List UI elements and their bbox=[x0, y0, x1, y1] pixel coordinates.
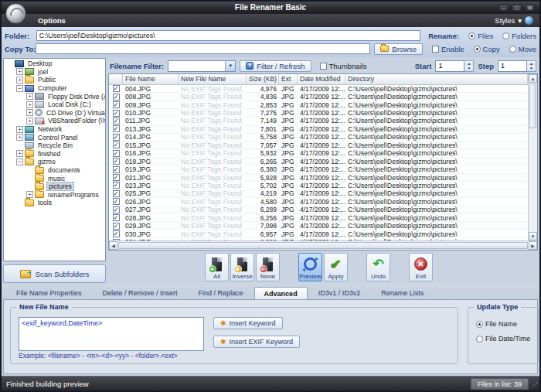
table-row[interactable]: ✓009.JPGNo EXIF Tags Found2,853JPG4/17/2… bbox=[109, 101, 528, 109]
new-file-name-input[interactable]: <exif_keyword,DateTime> bbox=[19, 317, 204, 351]
resize-grip[interactable]: ⋰ bbox=[531, 381, 538, 389]
row-checkbox[interactable]: ✓ bbox=[113, 190, 120, 197]
copyto-input[interactable] bbox=[36, 43, 370, 54]
update-type-option-file-date-time[interactable]: File Date/Time bbox=[476, 335, 530, 343]
tab-delete-remove-insert[interactable]: Delete / Remove / Insert bbox=[93, 286, 188, 299]
table-row[interactable]: ✓015.JPGNo EXIF Tags Found7,057JPG4/17/2… bbox=[109, 141, 528, 149]
tab-file-name-properties[interactable]: File Name Properties bbox=[6, 286, 92, 299]
rename-option-folders[interactable]: Folders bbox=[502, 32, 536, 40]
step-input[interactable] bbox=[498, 60, 527, 72]
row-checkbox[interactable]: ✓ bbox=[113, 214, 120, 221]
dropdown-arrow-icon[interactable]: ▼ bbox=[225, 61, 235, 71]
none-button[interactable]: −None bbox=[256, 253, 280, 281]
table-row[interactable]: ✓027.JPGNo EXIF Tags Found6,289JPG4/17/2… bbox=[109, 206, 528, 214]
tab-rename-lists[interactable]: Rename Lists bbox=[371, 286, 434, 299]
row-checkbox[interactable]: ✓ bbox=[113, 158, 120, 165]
tree-item-recycle-bin[interactable]: Recycle Bin bbox=[4, 141, 105, 150]
table-row[interactable]: ✓018.JPGNo EXIF Tags Found6,265JPG4/17/2… bbox=[109, 158, 528, 165]
start-stepper[interactable]: ▲▼ bbox=[435, 60, 474, 72]
expand-icon[interactable]: + bbox=[26, 93, 33, 100]
row-checkbox[interactable]: ✓ bbox=[113, 166, 120, 173]
update-type-option-file-name[interactable]: File Name bbox=[476, 320, 530, 328]
radio-icon[interactable] bbox=[476, 321, 483, 328]
spin-down-icon[interactable]: ▼ bbox=[464, 66, 473, 71]
row-checkbox[interactable]: ✓ bbox=[113, 198, 120, 205]
copymove-option-copy[interactable]: Copy bbox=[474, 45, 500, 53]
tree-item-finished[interactable]: +finished bbox=[4, 150, 105, 159]
table-row[interactable]: ✓021.JPGNo EXIF Tags Found5,928JPG4/17/2… bbox=[109, 174, 528, 182]
table-row[interactable]: ✓004.JPGNo EXIF Tags Found4,976JPG4/17/2… bbox=[109, 85, 528, 93]
expand-icon[interactable]: + bbox=[16, 134, 23, 141]
expand-icon[interactable]: + bbox=[26, 109, 33, 116]
tree-item-gizmo[interactable]: −gizmo bbox=[4, 158, 105, 166]
tree-item-pictures[interactable]: pictures bbox=[4, 182, 105, 191]
preview-button[interactable]: Preview bbox=[298, 253, 322, 281]
table-row[interactable]: ✓019.JPGNo EXIF Tags Found6,380JPG4/17/2… bbox=[109, 165, 528, 173]
table-row[interactable]: ✓014.JPGNo EXIF Tags Found5,758JPG4/17/2… bbox=[109, 134, 528, 141]
scroll-up-icon[interactable]: ▲ bbox=[529, 74, 537, 83]
filter-refresh-button[interactable]: Filter / Refresh bbox=[240, 60, 311, 72]
tree-item-network[interactable]: +Network bbox=[4, 125, 105, 134]
table-row[interactable]: ✓025.JPGNo EXIF Tags Found4,219JPG4/17/2… bbox=[109, 190, 528, 198]
row-checkbox[interactable]: ✓ bbox=[113, 150, 120, 157]
tree-item-computer[interactable]: −Computer bbox=[4, 84, 105, 93]
undo-button[interactable]: ↶Undo bbox=[366, 253, 390, 281]
radio-icon[interactable] bbox=[468, 32, 475, 39]
browse-button[interactable]: Browse bbox=[374, 43, 423, 55]
horizontal-scrollbar[interactable]: ◀ ▶ bbox=[109, 240, 537, 250]
tree-item-joel[interactable]: +joel bbox=[4, 68, 105, 77]
minimize-button[interactable]: – bbox=[498, 4, 509, 12]
inverse-button[interactable]: ●Inverse bbox=[230, 253, 254, 281]
table-row[interactable]: ✓030.JPGNo EXIF Tags Found6,957JPG4/17/2… bbox=[109, 230, 528, 238]
tab-advanced[interactable]: Advanced bbox=[254, 287, 308, 300]
tree-item-control-panel[interactable]: +Control Panel bbox=[4, 133, 105, 141]
column-header-file-name[interactable]: File Name bbox=[123, 74, 179, 84]
thumbnails-checkbox[interactable]: Thumbnails bbox=[320, 62, 367, 70]
folder-input[interactable] bbox=[36, 30, 420, 41]
column-header-size-kb[interactable]: Size (KB) bbox=[247, 74, 279, 84]
tab-find-replace[interactable]: Find / Replace bbox=[189, 286, 253, 299]
table-row[interactable]: ✓013.JPGNo EXIF Tags Found7,801JPG4/17/2… bbox=[109, 125, 528, 133]
start-input[interactable] bbox=[435, 60, 464, 72]
tree-item-tools[interactable]: tools bbox=[4, 199, 105, 207]
menu-options[interactable]: Options bbox=[29, 14, 131, 27]
tree-item-cd-drive-d-virtualbox-guest[interactable]: +CD Drive (D:) VirtualBox Guest bbox=[4, 109, 105, 118]
collapse-icon[interactable]: − bbox=[16, 85, 23, 92]
radio-icon[interactable] bbox=[474, 46, 481, 53]
table-row[interactable]: ✓016.JPGNo EXIF Tags Found5,932JPG4/17/2… bbox=[109, 150, 528, 158]
step-stepper[interactable]: ▲▼ bbox=[498, 60, 536, 72]
row-checkbox[interactable]: ✓ bbox=[113, 101, 120, 108]
row-checkbox[interactable]: ✓ bbox=[113, 110, 120, 117]
row-checkbox[interactable]: ✓ bbox=[113, 125, 120, 132]
table-header[interactable]: File NameNew File NameSize (KB)ExtDate M… bbox=[109, 74, 528, 85]
scroll-left-icon[interactable]: ◀ bbox=[109, 241, 117, 250]
column-header-ext[interactable]: Ext bbox=[279, 74, 298, 84]
scan-subfolders-button[interactable]: Scan Subfolders bbox=[3, 264, 106, 283]
table-row[interactable]: ✓029.JPGNo EXIF Tags Found7,098JPG4/17/2… bbox=[109, 222, 528, 230]
scrollbar-thumb[interactable] bbox=[529, 84, 536, 128]
all-button[interactable]: +All bbox=[205, 253, 229, 281]
column-header-date-modified[interactable]: Date Modified bbox=[298, 74, 345, 84]
tree-item-public[interactable]: +Public bbox=[4, 76, 105, 84]
column-header-new-file-name[interactable]: New File Name bbox=[179, 74, 247, 84]
table-row[interactable]: ✓011.JPGNo EXIF Tags Found7,149JPG4/17/2… bbox=[109, 118, 528, 125]
copymove-option-move[interactable]: Move bbox=[509, 45, 536, 53]
close-button[interactable]: ✕ bbox=[525, 4, 535, 12]
tree-item-renameprograms[interactable]: +renamePrograms bbox=[4, 191, 105, 199]
row-checkbox[interactable]: ✓ bbox=[113, 182, 120, 189]
checkbox-icon[interactable] bbox=[432, 46, 439, 53]
tree-item-floppy-disk-drive-a[interactable]: +Floppy Disk Drive (A:) bbox=[4, 92, 105, 101]
radio-icon[interactable] bbox=[476, 336, 483, 343]
vertical-scrollbar[interactable]: ▲ ▼ bbox=[528, 74, 537, 240]
exit-button[interactable]: ✕Exit bbox=[409, 253, 433, 281]
header-checkbox-column[interactable] bbox=[109, 74, 123, 84]
row-checkbox[interactable]: ✓ bbox=[113, 230, 120, 237]
table-row[interactable]: ✓008.JPGNo EXIF Tags Found4,836JPG4/17/2… bbox=[109, 93, 528, 101]
maximize-button[interactable]: □ bbox=[512, 4, 522, 12]
table-row[interactable]: ✓023.JPGNo EXIF Tags Found5,702JPG4/17/2… bbox=[109, 182, 528, 189]
scroll-right-icon[interactable]: ▶ bbox=[529, 241, 537, 250]
checkbox-icon[interactable] bbox=[320, 63, 327, 70]
expand-icon[interactable]: + bbox=[16, 68, 23, 75]
expand-icon[interactable]: + bbox=[16, 77, 23, 84]
filename-filter-combo[interactable]: ▼ bbox=[168, 60, 236, 72]
